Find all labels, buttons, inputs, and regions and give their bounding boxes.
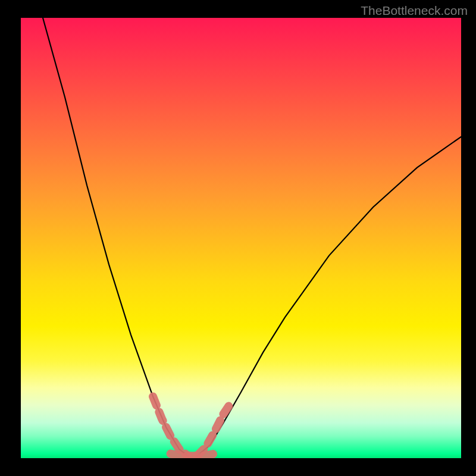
series-right-highlight bbox=[197, 401, 232, 456]
watermark-text: TheBottleneck.com bbox=[361, 4, 468, 18]
series-left-highlight bbox=[153, 396, 188, 456]
chart-plot-area bbox=[21, 18, 461, 458]
series-left-curve bbox=[43, 18, 188, 456]
series-right-curve bbox=[197, 137, 461, 456]
curve-layer bbox=[43, 18, 461, 456]
chart-svg bbox=[21, 18, 461, 458]
series-trough-highlight bbox=[171, 454, 215, 456]
